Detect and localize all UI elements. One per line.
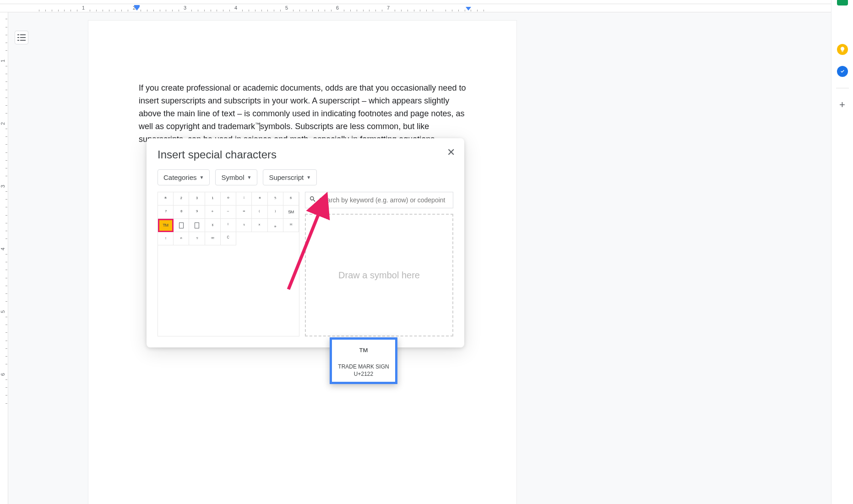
add-addon-button[interactable]: + [837, 99, 848, 110]
character-cell[interactable]: ⁹ [189, 206, 205, 219]
character-cell [283, 232, 299, 245]
toolbar-strip [0, 0, 853, 4]
svg-marker-0 [134, 7, 140, 11]
tooltip-glyph: ™ [336, 346, 391, 358]
close-button[interactable]: ✕ [447, 147, 455, 157]
tooltip-name: TRADE MARK SIGN [336, 363, 391, 370]
ruler-number: 4 [234, 5, 237, 11]
right-indent-marker[interactable] [465, 5, 472, 11]
chevron-down-icon: ▼ [247, 175, 251, 180]
side-panel-divider [836, 88, 849, 88]
close-icon: ✕ [447, 146, 455, 158]
character-cell[interactable]: ⁽ [252, 206, 267, 219]
character-cell[interactable] [174, 219, 189, 232]
character-cell [252, 232, 267, 245]
character-cell[interactable]: ᴴ [283, 219, 299, 232]
svg-rect-4 [17, 34, 19, 35]
character-cell[interactable]: ⁵ [268, 192, 283, 206]
ruler-number: 1 [0, 60, 5, 62]
character-cell[interactable]: TM [158, 219, 174, 232]
ruler-number: 3 [0, 185, 5, 188]
svg-rect-9 [20, 40, 26, 41]
character-cell[interactable]: ꟲ [221, 232, 236, 245]
superscript-dropdown[interactable]: Superscript ▼ [263, 169, 317, 185]
tm-superscript: ™ [255, 122, 260, 127]
chevron-down-icon: ▼ [200, 175, 204, 180]
character-cell[interactable]: ² [174, 192, 189, 206]
draw-symbol-area[interactable]: Draw a symbol here [305, 214, 453, 336]
tooltip-codepoint: U+2122 [336, 371, 391, 377]
svg-rect-7 [20, 37, 26, 38]
character-cell[interactable]: ¹ [205, 192, 221, 206]
insert-special-characters-dialog: Insert special characters ✕ Categories ▼… [147, 138, 464, 347]
dropdown-label: Categories [163, 173, 197, 181]
dropdown-label: Superscript [269, 173, 304, 181]
draw-placeholder-text: Draw a symbol here [338, 270, 420, 281]
character-cell [236, 232, 252, 245]
search-icon [309, 195, 316, 205]
dropdown-label: Symbol [221, 173, 244, 181]
keep-icon[interactable] [837, 44, 848, 55]
character-cell[interactable]: ˠ [205, 219, 221, 232]
ruler-number: 2 [0, 122, 5, 125]
character-cell[interactable]: ⁻ [221, 206, 236, 219]
character-cell[interactable]: ⁾ [268, 206, 283, 219]
character-cell[interactable]: ᵎ [158, 232, 174, 245]
character-cell [268, 232, 283, 245]
character-cell[interactable]: ⁶ [283, 192, 299, 206]
ruler-number: 6 [0, 373, 5, 376]
character-cell[interactable]: ª [158, 192, 174, 206]
character-cell[interactable]: ꝰ [189, 232, 205, 245]
side-panel: + [831, 0, 853, 504]
document-page[interactable]: If you create professional or academic d… [88, 21, 516, 504]
character-cell[interactable]: ꟹ [205, 232, 221, 245]
document-canvas: If you create professional or academic d… [8, 12, 831, 504]
character-cell[interactable] [189, 219, 205, 232]
categories-dropdown[interactable]: Categories ▼ [158, 169, 210, 185]
ruler-number: 5 [0, 310, 5, 313]
ruler-number: 4 [0, 248, 5, 250]
sheets-icon[interactable] [837, 0, 848, 5]
ruler-number: 5 [285, 5, 288, 11]
character-cell[interactable]: ˢ [236, 219, 252, 232]
ruler-number: 6 [336, 5, 339, 11]
character-cell[interactable]: ⁷ [158, 206, 174, 219]
horizontal-ruler: 1234567 [0, 4, 831, 12]
chevron-down-icon: ▼ [306, 175, 311, 180]
vertical-ruler: 123456 [0, 12, 8, 504]
svg-rect-1 [134, 5, 140, 7]
symbol-dropdown[interactable]: Symbol ▼ [215, 169, 257, 185]
ruler-number: 1 [82, 5, 85, 11]
dialog-title: Insert special characters [158, 148, 453, 161]
ruler-number: 7 [387, 5, 390, 11]
svg-marker-2 [466, 7, 471, 11]
character-cell[interactable]: ⁱ [236, 192, 252, 206]
document-outline-button[interactable] [15, 31, 28, 44]
ruler-number: 3 [184, 5, 186, 11]
character-cell[interactable]: ⁸ [174, 206, 189, 219]
character-cell[interactable]: ˣ [252, 219, 267, 232]
character-cell[interactable]: º [221, 192, 236, 206]
character-search-box[interactable] [305, 192, 453, 208]
document-body-text[interactable]: If you create professional or academic d… [139, 82, 468, 146]
character-cell[interactable]: ⁿ [174, 232, 189, 245]
character-cell[interactable]: ³ [189, 192, 205, 206]
svg-rect-8 [17, 40, 19, 41]
character-tooltip: ™ TRADE MARK SIGN U+2122 [330, 337, 397, 384]
svg-rect-5 [20, 34, 26, 35]
character-cell[interactable]: ₔ [268, 219, 283, 232]
character-cell[interactable]: ˡ [221, 219, 236, 232]
character-search-input[interactable] [319, 196, 449, 204]
character-cell[interactable]: ⁼ [236, 206, 252, 219]
character-cell[interactable]: ⁺ [205, 206, 221, 219]
tasks-icon[interactable] [837, 66, 848, 77]
character-cell[interactable]: ⁴ [252, 192, 267, 206]
character-cell[interactable]: SM [283, 206, 299, 219]
character-grid: ª²³¹ºⁱ⁴⁵⁶⁷⁸⁹⁺⁻⁼⁽⁾SMTMˠˡˢˣₔᴴᵎⁿꝰꟹꟲ [158, 192, 299, 336]
left-indent-marker[interactable] [134, 5, 140, 11]
svg-rect-6 [17, 37, 19, 38]
